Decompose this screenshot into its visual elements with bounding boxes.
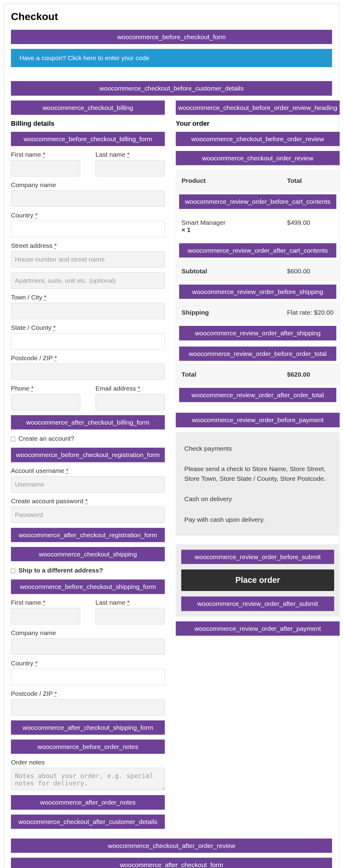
total-label: Total (181, 371, 196, 378)
billing-last-name-input[interactable] (95, 160, 165, 177)
billing-email-input[interactable] (95, 394, 165, 410)
page-title: Checkout (11, 11, 332, 23)
create-account-label: Create an account? (19, 435, 74, 442)
billing-last-name-label: Last name * (95, 151, 165, 158)
account-username-label: Account username * (11, 467, 165, 474)
billing-state-label: State / County * (11, 324, 165, 331)
billing-company-label: Company name (11, 181, 165, 189)
billing-phone-input[interactable] (11, 394, 80, 410)
billing-postcode-input[interactable] (11, 364, 165, 380)
hook-review-before-submit: woocommerce_review_order_before_submit (181, 550, 334, 564)
shipping-company-label: Company name (11, 629, 165, 637)
hook-checkout-before-order-review: woocommerce_checkout_before_order_review (176, 132, 340, 146)
subtotal-label: Subtotal (181, 268, 207, 275)
hook-after-checkout-billing-form: woocommerce_after_checkout_billing_form (11, 415, 165, 429)
hook-review-after-cart-contents: woocommerce_review_order_after_cart_cont… (179, 243, 336, 257)
hook-review-before-order-total: woocommerce_review_order_before_order_to… (179, 346, 336, 361)
billing-country-label: Country * (11, 212, 165, 219)
billing-email-label: Email address * (95, 385, 165, 392)
order-item-name: Smart Manager (181, 219, 276, 226)
submit-box: woocommerce_review_order_before_submit P… (176, 544, 340, 617)
shipping-postcode-label: Postcode / ZIP * (11, 690, 165, 697)
hook-checkout-before-customer-details: woocommerce_checkout_before_customer_det… (11, 81, 332, 95)
shipping-company-input[interactable] (11, 639, 165, 655)
billing-city-input[interactable] (11, 303, 165, 319)
payment-methods: Check payments Please send a check to St… (176, 432, 340, 536)
order-notes-input[interactable] (11, 768, 165, 790)
shipping-value: Flat rate: $20.00 (282, 302, 339, 323)
order-notes-label: Order notes (11, 759, 165, 766)
hook-checkout-after-customer-details: woocommerce_checkout_after_customer_deta… (11, 814, 165, 829)
subtotal-value: $600.00 (282, 261, 339, 282)
shipping-postcode-input[interactable] (11, 699, 165, 716)
billing-street-label: Street address * (11, 242, 165, 249)
hook-checkout-after-order-review: woocommerce_checkout_after_order_review (11, 839, 332, 853)
order-review-table: Product Total woocommerce_review_order_b… (176, 170, 340, 405)
create-account-checkbox[interactable] (11, 437, 16, 442)
payment-cod-title[interactable]: Cash on delivery (184, 494, 331, 504)
account-password-input[interactable] (11, 506, 165, 523)
hook-checkout-before-order-review-heading: woocommerce_checkout_before_order_review… (176, 100, 340, 115)
hook-review-before-payment: woocommerce_review_order_before_payment (176, 413, 340, 427)
hook-before-checkout-shipping-form: woocommerce_before_checkout_shipping_for… (11, 580, 165, 594)
shipping-first-name-label: First name * (11, 599, 80, 606)
hook-before-checkout-registration-form: woocommerce_before_checkout_registration… (11, 448, 165, 462)
col-total: Total (287, 177, 302, 184)
billing-city-label: Town / City * (11, 294, 165, 301)
billing-country-input[interactable] (11, 221, 165, 237)
billing-first-name-input[interactable] (11, 160, 80, 177)
billing-heading: Billing details (11, 120, 165, 128)
hook-review-after-shipping: woocommerce_review_order_after_shipping (179, 326, 336, 340)
billing-postcode-label: Postcode / ZIP * (11, 354, 165, 362)
billing-company-input[interactable] (11, 190, 165, 207)
hook-after-checkout-form: woocommerce_after_checkout_form (11, 858, 332, 868)
payment-check-title[interactable]: Check payments (184, 444, 331, 454)
col-product: Product (181, 177, 205, 184)
order-item-qty: × 1 (181, 226, 191, 233)
billing-state-input[interactable] (11, 333, 165, 349)
shipping-country-label: Country * (11, 660, 165, 667)
billing-street-input[interactable] (11, 251, 165, 268)
ship-different-checkbox[interactable] (11, 568, 16, 574)
shipping-first-name-input[interactable] (11, 608, 80, 624)
place-order-button[interactable]: Place order (181, 569, 334, 591)
hook-review-before-cart-contents: woocommerce_review_order_before_cart_con… (179, 194, 336, 209)
hook-before-checkout-form: woocommerce_before_checkout_form (11, 30, 332, 44)
order-item-total: $499.00 (282, 212, 339, 240)
hook-checkout-billing: woocommerce_checkout_billing (11, 100, 165, 115)
hook-review-after-submit: woocommerce_review_order_after_submit (181, 596, 334, 611)
billing-first-name-label: First name * (11, 151, 80, 158)
hook-review-before-shipping: woocommerce_review_order_before_shipping (179, 285, 336, 299)
account-password-label: Create account password * (11, 497, 165, 505)
hook-review-after-payment: woocommerce_review_order_after_payment (176, 621, 340, 636)
billing-street2-input[interactable] (11, 272, 165, 289)
hook-before-checkout-billing-form: woocommerce_before_checkout_billing_form (11, 132, 165, 146)
hook-checkout-shipping: woocommerce_checkout_shipping (11, 547, 165, 561)
ship-different-label: Ship to a different address? (19, 567, 103, 574)
coupon-notice[interactable]: Have a coupon? Click here to enter your … (11, 49, 332, 67)
hook-review-after-order-total: woocommerce_review_order_after_order_tot… (179, 388, 336, 402)
total-value: $620.00 (287, 371, 310, 378)
shipping-label: Shipping (181, 309, 209, 316)
hook-before-order-notes: woocommerce_before_order_notes (11, 740, 165, 754)
shipping-last-name-input[interactable] (95, 608, 165, 624)
hook-after-order-notes: woocommerce_after_order_notes (11, 795, 165, 809)
hook-after-checkout-registration-form: woocommerce_after_checkout_registration_… (11, 528, 165, 542)
order-heading: Your order (176, 120, 340, 128)
hook-after-checkout-shipping-form: woocommerce_after_checkout_shipping_form (11, 720, 165, 735)
payment-check-desc: Please send a check to Store Name, Store… (184, 464, 331, 483)
shipping-country-input[interactable] (11, 669, 165, 685)
account-username-input[interactable] (11, 476, 165, 493)
payment-cod-desc: Pay with cash upon delivery. (184, 515, 331, 525)
shipping-last-name-label: Last name * (95, 599, 165, 606)
billing-phone-label: Phone * (11, 385, 80, 392)
hook-checkout-order-review: woocommerce_checkout_order_review (176, 151, 340, 165)
